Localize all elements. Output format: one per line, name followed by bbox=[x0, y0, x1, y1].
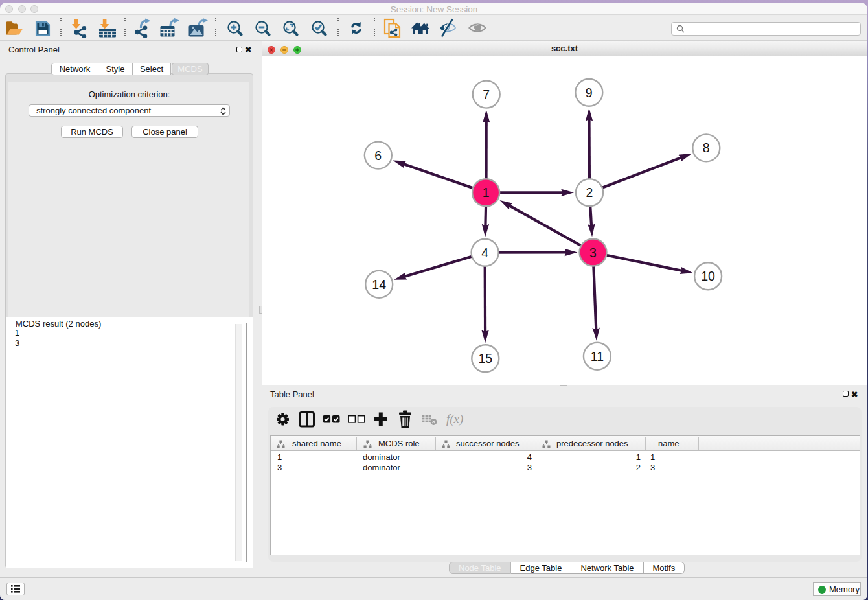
svg-text:7: 7 bbox=[483, 87, 490, 102]
svg-text:14: 14 bbox=[372, 277, 386, 292]
svg-text:2: 2 bbox=[586, 185, 593, 200]
svg-text:3: 3 bbox=[589, 246, 597, 260]
svg-text:6: 6 bbox=[374, 148, 382, 163]
svg-text:1: 1 bbox=[483, 185, 490, 200]
svg-text:8: 8 bbox=[703, 141, 710, 155]
svg-text:9: 9 bbox=[586, 86, 593, 100]
svg-text:15: 15 bbox=[478, 351, 492, 365]
svg-text:4: 4 bbox=[481, 246, 488, 260]
svg-text:11: 11 bbox=[591, 349, 604, 363]
svg-text:10: 10 bbox=[701, 269, 715, 283]
